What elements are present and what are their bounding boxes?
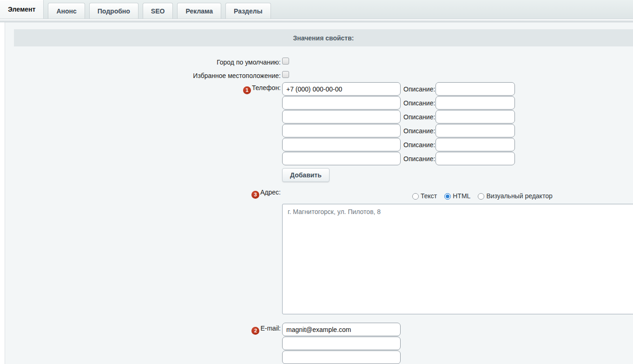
phone-description-input[interactable] [435, 152, 515, 165]
phone-count-badge: 1 [243, 86, 251, 94]
phone-description-label: Описание: [403, 99, 435, 107]
phone-description-label: Описание: [403, 85, 435, 93]
editor-mode-html-radio[interactable] [444, 193, 451, 200]
add-phone-button[interactable]: Добавить [282, 168, 330, 182]
email-input[interactable] [282, 323, 401, 336]
section-header: Значения свойств: [14, 29, 633, 46]
phone-description-input[interactable] [435, 138, 515, 151]
email-input-line [282, 337, 401, 350]
phone-input-line: Описание: [282, 82, 515, 96]
phone-description-input[interactable] [435, 96, 515, 110]
tab-sections[interactable]: Разделы [225, 3, 271, 19]
phone-input-line: Описание: [282, 152, 515, 165]
phone-description-label: Описание: [403, 127, 435, 135]
phone-label: Телефон: [252, 84, 281, 91]
editor-mode-text-option[interactable]: Текст [412, 192, 437, 200]
phone-input[interactable] [282, 138, 401, 151]
phone-description-label: Описание: [403, 155, 435, 162]
editor-mode-visual-option[interactable]: Визуальный редактор [478, 192, 552, 200]
properties-form: Город по умолчанию: Избранное местополож… [5, 55, 633, 364]
phone-label-cell: 1Телефон: [5, 82, 282, 182]
editor-mode-text-label: Текст [421, 192, 437, 200]
default-city-checkbox[interactable] [282, 58, 289, 65]
tab-announce[interactable]: Анонс [48, 3, 85, 19]
default-city-row: Город по умолчанию: [5, 55, 633, 69]
tab-element[interactable]: Элемент [0, 0, 44, 19]
email-inputs [282, 323, 401, 364]
editor-mode-html-label: HTML [453, 192, 470, 200]
email-input-line [282, 351, 401, 364]
editor-mode-text-radio[interactable] [412, 193, 419, 200]
phone-description-input[interactable] [435, 124, 515, 137]
tab-advert[interactable]: Реклама [177, 3, 221, 19]
phone-inputs: Описание: Описание: Описание: Описание: [282, 82, 515, 182]
email-count-badge: 2 [251, 327, 259, 335]
editor-mode-visual-radio[interactable] [478, 193, 484, 200]
phone-input-line: Описание: [282, 96, 515, 110]
address-label: Адрес: [260, 188, 281, 196]
tab-seo[interactable]: SEO [143, 3, 173, 19]
phone-description-label: Описание: [403, 141, 435, 149]
email-label-cell: 2E-mail: [5, 323, 282, 364]
email-input[interactable] [282, 337, 401, 350]
email-input[interactable] [282, 351, 401, 364]
phone-input[interactable] [282, 124, 401, 137]
email-row: 2E-mail: [5, 323, 633, 364]
favorite-location-label: Избранное местоположение: [5, 72, 282, 79]
address-label-cell: 3Адрес: [5, 188, 282, 200]
tabbar-bottom-ridge [0, 19, 633, 22]
phone-input[interactable] [282, 152, 401, 165]
tab-bar: Элемент Анонс Подробно SEO Реклама Разде… [0, 0, 633, 19]
address-count-badge: 3 [251, 191, 259, 199]
tab-details[interactable]: Подробно [89, 3, 138, 19]
phone-input[interactable] [282, 110, 401, 124]
editor-mode-visual-label: Визуальный редактор [486, 192, 552, 200]
phone-description-input[interactable] [435, 82, 515, 96]
phone-input-line: Описание: [282, 110, 515, 124]
phone-input-line: Описание: [282, 138, 515, 151]
phone-row: 1Телефон: Описание: Описание: Описание: [5, 82, 633, 182]
phone-input-line: Описание: [282, 124, 515, 137]
element-properties-panel: Значения свойств: Город по умолчанию: Из… [5, 22, 633, 364]
phone-description-label: Описание: [403, 113, 435, 121]
phone-input[interactable] [282, 82, 401, 96]
email-input-line [282, 323, 401, 336]
address-editor-mode-switch: Текст HTML Визуальный редактор [282, 188, 553, 200]
phone-description-input[interactable] [435, 110, 515, 124]
address-textarea[interactable]: г. Магнитогорск, ул. Пилотов, 8 [282, 204, 633, 314]
favorite-location-checkbox[interactable] [282, 71, 289, 78]
email-label: E-mail: [260, 325, 281, 332]
phone-input[interactable] [282, 96, 401, 110]
favorite-location-row: Избранное местоположение: [5, 69, 633, 82]
editor-mode-html-option[interactable]: HTML [444, 192, 470, 200]
address-row: 3Адрес: Текст HTML Визуальный редактор [5, 188, 633, 200]
default-city-label: Город по умолчанию: [5, 58, 282, 66]
